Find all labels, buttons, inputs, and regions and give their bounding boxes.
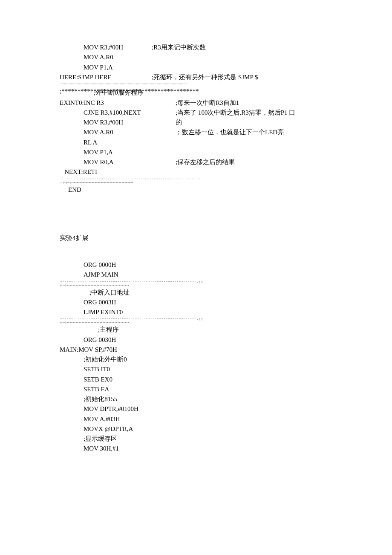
code-text: ORG 0003H [84,298,116,307]
code-text: SETB EA [84,384,109,394]
separator-line: ;'' '' '' '' '' '' '' '' '' '' '' '' '' … [60,281,332,283]
code-line: MOV 30H,#1 [60,444,332,454]
code-line: ORG 0000H [60,260,332,270]
code-block-1: MOV R3,#00H ;R3用来记中断次数 MOV A,R0 MOV P1,A… [60,43,332,195]
code-line: ;初始化外中断0 [60,355,332,364]
code-comment: ;保存左移之后的结果 [176,157,235,167]
code-line: MOV A,#03H [60,414,332,424]
code-text: MOV A,R0 [84,52,152,62]
code-line: ORG 0003H [60,298,332,307]
code-block-2: 实验4扩展 ORG 0000H AJMP MAIN ;'' '' '' '' '… [60,233,332,454]
code-line: MOV R3,#00H 的 [60,118,332,127]
code-line: SETB EX0 [60,375,332,384]
code-text: MOV R3,#00H [84,43,152,52]
code-line: ;初始化8155 [60,394,332,404]
code-line: SETB EA [60,384,332,394]
code-text: MOV A,R0 [84,127,176,137]
header-text: ;主程序 [98,325,119,335]
code-comment: 的 [176,118,182,127]
header-text: ;中断入口地址 [89,288,130,298]
code-text: MAIN:MOV SP,#70H [60,345,117,355]
code-line: MOV P1,A [60,147,332,157]
code-text: CJNE R3,#100,NEXT [84,108,176,118]
code-text: LJMP EXINT0 [84,307,123,317]
section-header: ;主程序 [60,325,332,335]
separator-line: 个*个*************************************… [60,284,332,287]
code-text: ORG 0000H [84,260,116,270]
code-line: NEXT:RETI [60,167,332,177]
separator-line: ''''''''''''''''''''''''''''''''''''''''… [60,83,332,86]
code-text: MOV R0,A [84,157,176,167]
code-text: MOVX @DPTR,A [84,424,133,434]
code-comment: ;R3用来记中断次数 [152,43,206,52]
section-title: 实验4扩展 [60,233,332,243]
code-text: MOV P1,A [84,63,152,72]
code-text: MOV DPTR,#0100H [84,404,138,414]
code-text: ;显示缓存区 [84,434,117,444]
code-text: ;初始化外中断0 [84,355,127,364]
code-comment: ;当来了 100次中断之后,R3清零，然后P1 口 [176,108,295,118]
code-text: ORG 0030H [84,335,116,345]
code-line: MOV R3,#00H ;R3用来记中断次数 [60,43,332,52]
code-text: SETB IT0 [84,364,110,374]
code-text: HERE:SJMP HERE [60,72,152,82]
code-line: RL A [60,138,332,147]
code-text: NEXT:RETI [60,167,97,177]
separator-line: ; •个个*个*********************************… [60,182,332,184]
code-text: MOV 30H,#1 [84,444,119,454]
code-line: SETB IT0 [60,364,332,374]
code-text: AJMP MAIN [84,270,118,280]
code-line: MOV A,R0 ；数左移一位，也就是让下一个LED亮 [60,127,332,137]
code-text: MOV R3,#00H [84,118,176,127]
code-text: RL A [84,138,176,147]
header-text: ;外中断0服务程序 [64,89,144,96]
section-gap [60,195,332,233]
code-line: HERE:SJMP HERE ;死循环，还有另外一种形式是 SJMP $ [60,72,332,82]
code-text: MOV P1,A [84,147,176,157]
separator-line: 个*个*************************************… [60,321,332,324]
section-header: ;中断入口地址 [60,288,332,298]
code-text: END [68,185,81,195]
code-line: ORG 0030H [60,335,332,345]
code-line: MOV DPTR,#0100H [60,404,332,414]
code-comment: ;死循环，还有另外一种形式是 SJMP $ [152,72,258,82]
code-comment: ;每来一次中断R3自加1 [176,98,239,108]
code-line: MOV P1,A [60,63,332,72]
separator-line: '' '' '' '' '' '' '' '' '' '' '' '' '' '… [60,178,332,181]
code-line: AJMP MAIN [60,270,332,280]
code-line: MOVX @DPTR,A [60,424,332,434]
code-line: ;显示缓存区 [60,434,332,444]
separator-line: ;'' '' '' '' '' '' '' '' '' '' '' '' '' … [60,318,332,321]
code-text: SETB EX0 [84,375,112,384]
code-line: EXINT0:INC R3 ;每来一次中断R3自加1 [60,98,332,108]
code-line: LJMP EXINT0 [60,307,332,317]
gap [60,243,332,260]
code-line: MOV R0,A ;保存左移之后的结果 [60,157,332,167]
document-page: MOV R3,#00H ;R3用来记中断次数 MOV A,R0 MOV P1,A… [0,0,392,555]
code-text: MOV A,#03H [84,414,120,424]
code-line: END [60,185,332,195]
code-comment: ；数左移一位，也就是让下一个LED亮 [176,127,284,137]
code-line: MOV A,R0 [60,52,332,62]
code-line: CJNE R3,#100,NEXT ;当来了 100次中断之后,R3清零，然后P… [60,108,332,118]
code-text: ;初始化8155 [84,394,117,404]
code-line: MAIN:MOV SP,#70H [60,345,332,355]
code-text: EXINT0:INC R3 [60,98,176,108]
